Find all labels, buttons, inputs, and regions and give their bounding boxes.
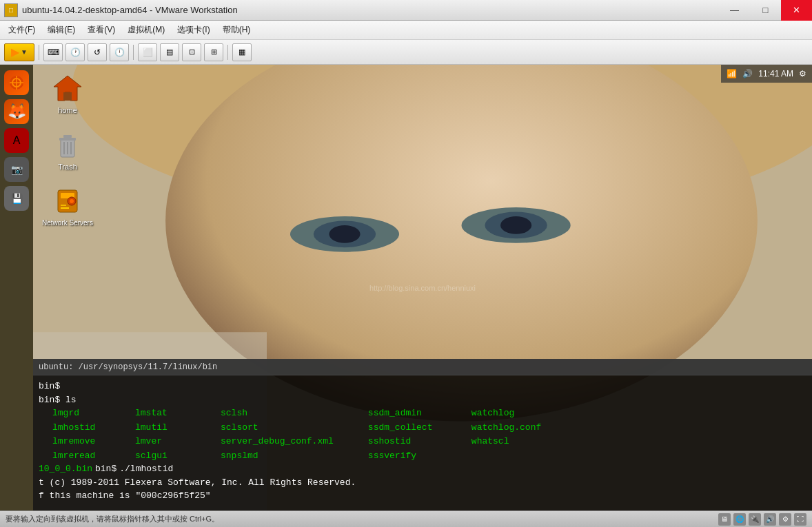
- status-fullscreen-icon[interactable]: ⛶: [794, 513, 806, 526]
- title-bar-left: □ ubuntu-14.04.2-desktop-amd64 - VMware …: [0, 3, 238, 17]
- vm-area[interactable]: 🦊 A 📷 💾: [0, 65, 812, 510]
- menu-bar: 文件(F) 编辑(E) 查看(V) 虚拟机(M) 选项卡(I) 帮助(H): [0, 21, 812, 40]
- menu-tabs[interactable]: 选项卡(I): [172, 23, 215, 38]
- status-usb-icon: 🔌: [749, 513, 761, 526]
- terminal-line-copyright: t (c) 1989-2011 Flexera Software, Inc. A…: [39, 476, 806, 490]
- terminal-content[interactable]: bin$ bin$ ls lmgrd lmhostid lmremove lmr…: [33, 375, 812, 507]
- toolbar-separator-3: [227, 45, 228, 60]
- snapshot-manager-button[interactable]: 🕛: [110, 43, 129, 61]
- desktop-icon-trash[interactable]: Trash: [40, 128, 95, 171]
- network-servers-icon: [51, 185, 84, 218]
- toolbar: ▶ ▼ ⌨ 🕐 ↺ 🕛 ⬜ ▤ ⊡ ⊞ ▦: [0, 40, 812, 65]
- trash-icon-label: Trash: [58, 163, 77, 171]
- unity-launcher: 🦊 A 📷 💾: [0, 65, 33, 510]
- full-screen-button[interactable]: ⬜: [138, 43, 157, 61]
- toolbar-separator-1: [39, 45, 39, 60]
- terminal-file-list: lmgrd lmhostid lmremove lmreread lmstat …: [39, 406, 806, 462]
- status-settings-icon[interactable]: ⚙: [779, 513, 791, 526]
- status-hint: 要将输入定向到该虚拟机，请将鼠标指针移入其中或按 Ctrl+G。: [6, 514, 718, 524]
- tray-audio-icon: 🔊: [742, 69, 753, 79]
- menu-edit[interactable]: 编辑(E): [42, 23, 81, 38]
- svg-rect-17: [59, 138, 76, 141]
- unity-apps-icon[interactable]: A: [4, 128, 29, 153]
- unity-button[interactable]: ▤: [160, 43, 179, 61]
- terminal-title: ubuntu: /usr/synopsys/11.7/linux/bin: [39, 362, 217, 372]
- svg-point-9: [329, 225, 360, 243]
- terminal-title-bar: ubuntu: /usr/synopsys/11.7/linux/bin: [33, 359, 812, 375]
- desktop-icons: home Trash: [40, 72, 95, 227]
- terminal-window[interactable]: ubuntu: /usr/synopsys/11.7/linux/bin bin…: [33, 359, 812, 510]
- system-tray: 📶 🔊 11:41 AM ⚙: [721, 65, 812, 83]
- unity-firefox-icon[interactable]: 🦊: [4, 99, 29, 124]
- menu-view[interactable]: 查看(V): [82, 23, 121, 38]
- desktop-icon-home[interactable]: home: [40, 72, 95, 114]
- home-icon-label: home: [58, 106, 77, 114]
- status-right: 🖥 🌐 🔌 🔊 ⚙ ⛶: [718, 513, 806, 526]
- svg-rect-18: [63, 135, 72, 138]
- svg-rect-15: [63, 92, 72, 101]
- terminal-line-bin: 10_0_0.bin bin$ ./lmhostid: [39, 462, 806, 476]
- tray-wifi-icon: 📶: [727, 69, 737, 79]
- desktop[interactable]: http://blog.sina.com.cn/henniuxi 📶 🔊 11:…: [33, 65, 812, 510]
- status-network-icon: 🌐: [733, 513, 746, 526]
- svg-point-25: [70, 199, 74, 203]
- menu-vm[interactable]: 虚拟机(M): [122, 23, 170, 38]
- trash-icon: [51, 128, 84, 161]
- title-bar-controls: — □ ✕: [719, 0, 812, 20]
- restore-button[interactable]: □: [750, 0, 781, 21]
- title-bar: □ ubuntu-14.04.2-desktop-amd64 - VMware …: [0, 0, 812, 21]
- status-bar: 要将输入定向到该虚拟机，请将鼠标指针移入其中或按 Ctrl+G。 🖥 🌐 🔌 🔊…: [0, 510, 812, 527]
- window-title: ubuntu-14.04.2-desktop-amd64 - VMware Wo…: [22, 5, 238, 15]
- terminal-line-2: bin$ ls: [39, 393, 806, 407]
- console-view-button[interactable]: ▦: [232, 43, 252, 61]
- tray-time: 11:41 AM: [758, 69, 793, 79]
- minimize-button[interactable]: —: [719, 0, 750, 21]
- unity-home-icon[interactable]: [4, 70, 29, 95]
- svg-point-12: [500, 216, 531, 234]
- stretch-button[interactable]: ⊞: [204, 43, 223, 61]
- power-button[interactable]: ▶ ▼: [4, 43, 34, 61]
- tray-settings-icon[interactable]: ⚙: [799, 69, 806, 79]
- vmware-icon: □: [4, 3, 18, 17]
- status-audio-icon: 🔊: [764, 513, 776, 526]
- home-icon: [51, 72, 84, 105]
- toolbar-separator-2: [133, 45, 134, 60]
- send-ctrl-alt-del-button[interactable]: ⌨: [43, 43, 63, 61]
- network-servers-icon-label: Network Servers: [42, 219, 93, 227]
- status-vm-icon: 🖥: [718, 513, 731, 526]
- unity-save-icon[interactable]: 💾: [4, 186, 29, 211]
- desktop-icon-network[interactable]: Network Servers: [40, 185, 95, 227]
- terminal-line-machine: f this machine is "000c296f5f25": [39, 489, 806, 503]
- fit-guest-button[interactable]: ⊡: [182, 43, 201, 61]
- snapshot-button[interactable]: 🕐: [65, 43, 85, 61]
- unity-screenshot-icon[interactable]: 📷: [4, 157, 29, 182]
- terminal-line-1: bin$: [39, 380, 806, 393]
- close-button[interactable]: ✕: [781, 0, 812, 21]
- menu-help[interactable]: 帮助(H): [217, 23, 256, 38]
- revert-button[interactable]: ↺: [88, 43, 107, 61]
- menu-file[interactable]: 文件(F): [3, 23, 41, 38]
